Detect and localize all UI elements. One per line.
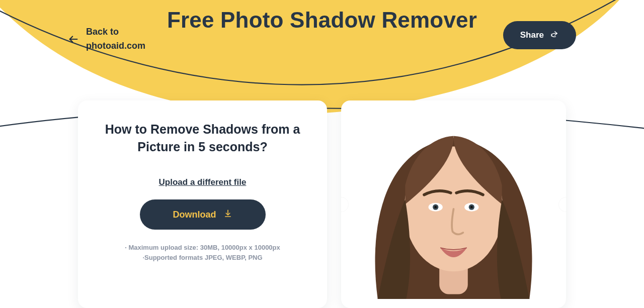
download-icon xyxy=(223,209,232,221)
share-button[interactable]: Share xyxy=(503,21,576,49)
compare-handle-right[interactable] xyxy=(558,197,566,212)
instructions-card: How to Remove Shadows from a Picture in … xyxy=(78,100,327,308)
upload-different-link[interactable]: Upload a different file xyxy=(159,177,247,187)
instructions-heading: How to Remove Shadows from a Picture in … xyxy=(99,121,306,155)
share-icon xyxy=(550,30,559,41)
note-line-1: · Maximum upload size: 30MB, 10000px x 1… xyxy=(125,243,280,253)
upload-notes: · Maximum upload size: 30MB, 10000px x 1… xyxy=(125,243,280,262)
back-link-label: Back to photoaid.com xyxy=(86,25,145,53)
back-link[interactable]: Back to photoaid.com xyxy=(68,25,145,53)
download-button-label: Download xyxy=(173,210,216,220)
svg-point-10 xyxy=(434,206,437,209)
share-button-label: Share xyxy=(520,30,544,40)
arrow-left-icon xyxy=(68,34,79,45)
svg-point-11 xyxy=(470,206,473,209)
download-button[interactable]: Download xyxy=(140,199,266,230)
note-line-2: ·Supported formats JPEG, WEBP, PNG xyxy=(125,253,280,263)
result-image xyxy=(350,110,557,299)
result-image-card xyxy=(341,100,566,308)
compare-handle-left[interactable] xyxy=(341,197,349,212)
